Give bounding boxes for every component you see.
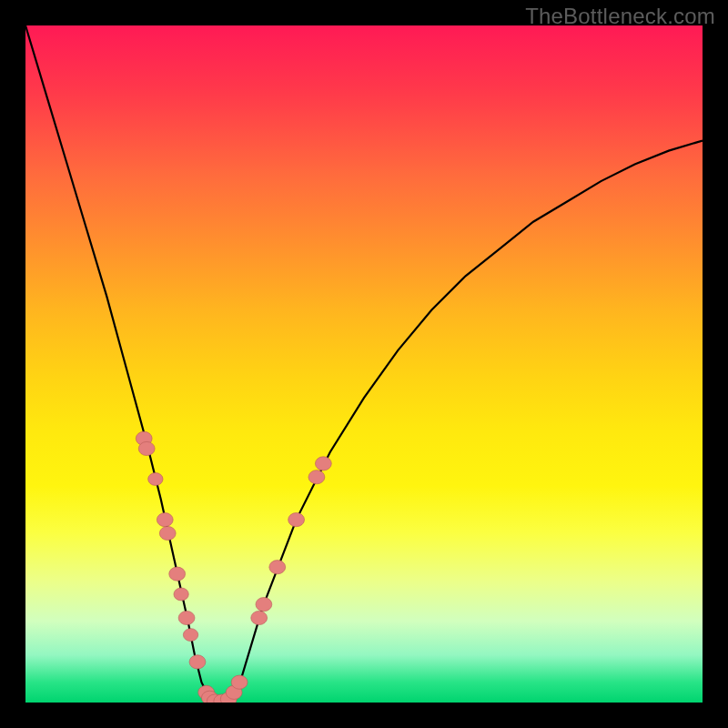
chart-frame: TheBottleneck.com — [0, 0, 728, 728]
data-marker — [308, 470, 325, 484]
data-marker — [251, 611, 268, 624]
data-marker — [157, 513, 173, 527]
bottleneck-curve — [25, 25, 703, 703]
data-marker — [174, 588, 188, 601]
data-marker — [315, 457, 331, 470]
data-marker — [231, 675, 248, 689]
data-marker — [189, 655, 206, 669]
data-marker — [183, 629, 197, 642]
data-marker — [148, 473, 163, 486]
data-marker — [159, 526, 176, 540]
data-marker — [178, 611, 195, 624]
data-markers — [136, 431, 331, 703]
curve-layer — [25, 25, 703, 703]
data-marker — [269, 561, 286, 574]
data-marker — [138, 441, 155, 455]
data-marker — [288, 513, 305, 527]
plot-area — [25, 25, 703, 703]
data-marker — [256, 598, 272, 612]
watermark-text: TheBottleneck.com — [525, 4, 715, 29]
curve-svg — [25, 25, 703, 703]
data-marker — [169, 567, 186, 581]
